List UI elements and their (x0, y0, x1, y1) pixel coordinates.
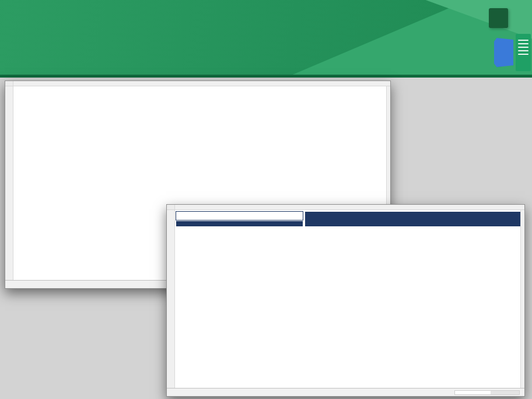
row-headers[interactable] (5, 86, 13, 280)
word-icon (494, 38, 513, 67)
spreadsheet-doc-icon (516, 34, 531, 71)
excel-icon (489, 8, 508, 28)
banner-bottom-strip (0, 75, 532, 78)
template-title (176, 211, 303, 220)
column-headers[interactable] (5, 81, 390, 86)
excel-window-lead-planner[interactable] (166, 204, 525, 397)
banner-diagonal (0, 0, 532, 75)
horizontal-scrollbar[interactable] (454, 390, 520, 395)
clients-information-band (176, 220, 303, 227)
sheet-tabs-bar (167, 388, 524, 396)
sheet-nav-arrows[interactable] (5, 281, 11, 288)
vertical-scrollbar[interactable] (520, 210, 524, 388)
add-sheet-button[interactable] (11, 281, 17, 288)
sheet-nav-arrows[interactable] (167, 388, 173, 396)
column-headers[interactable] (167, 205, 524, 210)
add-sheet-button[interactable] (173, 388, 178, 396)
select-all-corner[interactable] (167, 205, 175, 209)
promo-banner (0, 0, 532, 75)
navy-filler-block (304, 211, 520, 227)
sheet-grid[interactable] (175, 210, 520, 388)
row-headers[interactable] (167, 210, 175, 388)
select-all-corner[interactable] (5, 81, 13, 86)
